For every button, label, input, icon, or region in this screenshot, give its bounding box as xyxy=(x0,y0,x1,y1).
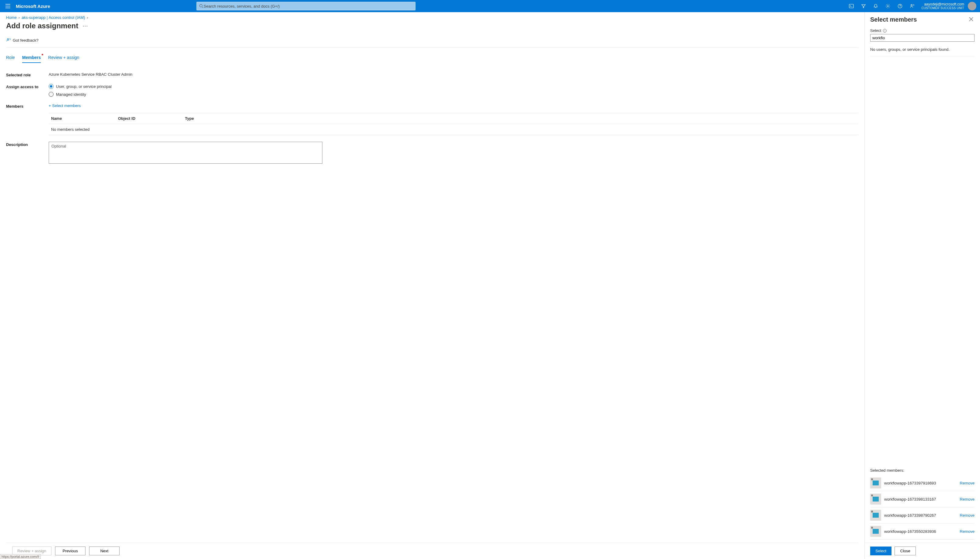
radio-user-group-sp-label: User, group, or service principal xyxy=(56,84,112,89)
chevron-right-icon: › xyxy=(87,15,88,20)
remove-member-link[interactable]: Remove xyxy=(960,513,975,518)
members-table-empty: No members selected xyxy=(49,124,858,135)
top-header: Microsoft Azure xyxy=(0,0,980,12)
more-actions-icon[interactable]: ⋯ xyxy=(81,22,89,30)
feedback-person-icon[interactable] xyxy=(907,0,918,12)
select-members-link[interactable]: + Select members xyxy=(49,103,81,108)
page-title: Add role assignment xyxy=(6,22,78,30)
selected-member-name: workflowapp-1673398790267 xyxy=(884,513,957,518)
selected-role-label: Selected role xyxy=(6,72,49,77)
search-icon xyxy=(199,4,203,8)
previous-button[interactable]: Previous xyxy=(55,547,86,555)
panel-title: Select members xyxy=(870,16,917,23)
selected-member-row: workflowapp-1673397918693Remove xyxy=(870,475,975,491)
tab-review-assign[interactable]: Review + assign xyxy=(48,53,79,63)
account-email: aayodeji@microsoft.com xyxy=(924,2,964,7)
selected-member-row: workflowapp-1673398790267Remove xyxy=(870,507,975,523)
select-members-panel: Select members Select i No users, groups… xyxy=(864,12,980,559)
member-search-input[interactable] xyxy=(870,34,975,42)
tab-members[interactable]: Members xyxy=(22,53,41,63)
select-members-link-label: Select members xyxy=(52,103,81,108)
radio-selected-icon xyxy=(49,84,53,89)
global-search-input[interactable] xyxy=(203,4,413,8)
svg-point-0 xyxy=(200,4,203,7)
got-feedback-label: Got feedback? xyxy=(13,38,39,43)
selected-member-name: workflowapp-1673550283936 xyxy=(884,529,957,534)
svg-rect-2 xyxy=(849,4,853,8)
feedback-icon xyxy=(6,37,11,43)
account-info[interactable]: aayodeji@microsoft.com CUSTOMER SUCCESS … xyxy=(918,2,966,10)
status-bar-url: https://portal.azure.com/# xyxy=(0,554,41,559)
assign-access-label: Assign access to xyxy=(6,84,49,89)
selected-member-row: workflowapp-1673398133167Remove xyxy=(870,491,975,507)
info-icon[interactable]: i xyxy=(883,29,887,33)
col-name: Name xyxy=(51,116,118,121)
remove-member-link[interactable]: Remove xyxy=(960,481,975,485)
settings-gear-icon[interactable] xyxy=(882,0,893,12)
required-dot-icon xyxy=(42,54,43,55)
tabs: Role Members Review + assign xyxy=(6,53,858,63)
description-label: Description xyxy=(6,142,49,147)
selected-member-row: workflowapp-1673550283936Remove xyxy=(870,523,975,539)
breadcrumb-home[interactable]: Home xyxy=(6,15,17,20)
breadcrumb: Home › aks-superapp | Access control (IA… xyxy=(6,15,858,20)
breadcrumb-resource[interactable]: aks-superapp | Access control (IAM) xyxy=(21,15,85,20)
selected-member-name: workflowapp-1673398133167 xyxy=(884,497,957,501)
svg-point-6 xyxy=(7,39,9,40)
members-table-header: Name Object ID Type xyxy=(49,113,858,124)
global-search[interactable] xyxy=(197,2,415,10)
col-object-id: Object ID xyxy=(118,116,185,121)
avatar[interactable] xyxy=(968,2,976,10)
members-label: Members xyxy=(6,103,49,109)
got-feedback-link[interactable]: Got feedback? xyxy=(6,37,39,43)
radio-managed-identity[interactable]: Managed identity xyxy=(49,92,858,97)
no-results-message: No users, groups, or service principals … xyxy=(870,47,975,56)
selected-member-name: workflowapp-1673397918693 xyxy=(884,481,957,485)
radio-user-group-sp[interactable]: User, group, or service principal xyxy=(49,84,858,89)
svg-line-1 xyxy=(202,7,203,8)
remove-member-link[interactable]: Remove xyxy=(960,497,975,501)
selected-members-header: Selected members: xyxy=(870,468,975,473)
next-button[interactable]: Next xyxy=(89,547,119,555)
radio-unselected-icon xyxy=(49,92,53,97)
description-input[interactable] xyxy=(49,142,322,164)
selected-role-value: Azure Kubernetes Service RBAC Cluster Ad… xyxy=(49,72,858,77)
app-thumbnail-icon xyxy=(870,478,881,488)
notifications-icon[interactable] xyxy=(870,0,881,12)
app-thumbnail-icon xyxy=(870,526,881,537)
svg-point-3 xyxy=(887,5,888,7)
svg-point-5 xyxy=(911,5,912,6)
chevron-right-icon: › xyxy=(18,15,20,20)
directory-filter-icon[interactable] xyxy=(858,0,869,12)
app-thumbnail-icon xyxy=(870,494,881,504)
hamburger-menu-icon[interactable] xyxy=(2,2,13,10)
select-button[interactable]: Select xyxy=(870,547,891,555)
brand-label[interactable]: Microsoft Azure xyxy=(16,4,50,9)
close-icon[interactable] xyxy=(968,16,975,23)
radio-managed-identity-label: Managed identity xyxy=(56,92,86,97)
top-toolbar xyxy=(846,0,918,12)
col-type: Type xyxy=(185,116,856,121)
plus-icon: + xyxy=(49,103,51,108)
remove-member-link[interactable]: Remove xyxy=(960,529,975,534)
cloud-shell-icon[interactable] xyxy=(846,0,857,12)
app-thumbnail-icon xyxy=(870,510,881,521)
close-button[interactable]: Close xyxy=(894,547,916,555)
help-icon[interactable] xyxy=(894,0,906,12)
panel-select-label: Select xyxy=(870,28,881,33)
bottom-action-bar: Review + assign Previous Next xyxy=(6,542,858,559)
tab-role[interactable]: Role xyxy=(6,53,15,63)
account-unit: CUSTOMER SUCCESS UNIT xyxy=(921,7,964,10)
